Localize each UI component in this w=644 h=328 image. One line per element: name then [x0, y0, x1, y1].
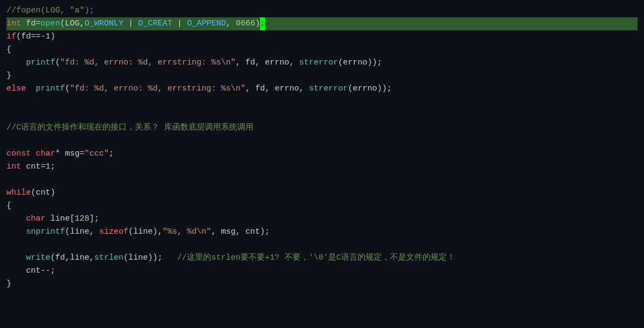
code-line-9: [6, 108, 638, 121]
code-line-4: {: [6, 43, 638, 56]
code-line-14: [6, 173, 638, 186]
code-line-2: int fd=open(LOG,O_WRONLY | O_CREAT | O_A…: [6, 17, 638, 30]
code-line-20: write(fd,line,strlen(line)); //这里的strlen…: [6, 252, 638, 265]
code-line-10: //C语言的文件操作和现在的接口，关系？ 库函数底层调用系统调用: [6, 121, 638, 134]
code-line-21: cnt--;: [6, 265, 638, 278]
code-line-8: [6, 95, 638, 108]
code-line-6: }: [6, 69, 638, 82]
code-line-5: printf("fd: %d, errno: %d, errstring: %s…: [6, 56, 638, 69]
code-editor: //fopen(LOG, "a"); int fd=open(LOG,O_WRO…: [0, 0, 644, 328]
code-line-15: while(cnt): [6, 186, 638, 200]
code-line-3: if(fd==-1): [6, 30, 638, 43]
code-line-17: char line[128];: [6, 213, 638, 226]
code-line-19: [6, 239, 638, 252]
code-line-13: int cnt=1;: [6, 160, 638, 173]
code-line-12: const char* msg="ccc";: [6, 147, 638, 160]
code-line-7: else printf("fd: %d, errno: %d, errstrin…: [6, 82, 638, 95]
code-line-18: snprintf(line, sizeof(line),"%s, %d\n", …: [6, 226, 638, 239]
code-line-22: }: [6, 278, 638, 291]
code-line-11: [6, 134, 638, 147]
code-line-1: //fopen(LOG, "a");: [6, 4, 638, 17]
code-line-16: {: [6, 200, 638, 213]
